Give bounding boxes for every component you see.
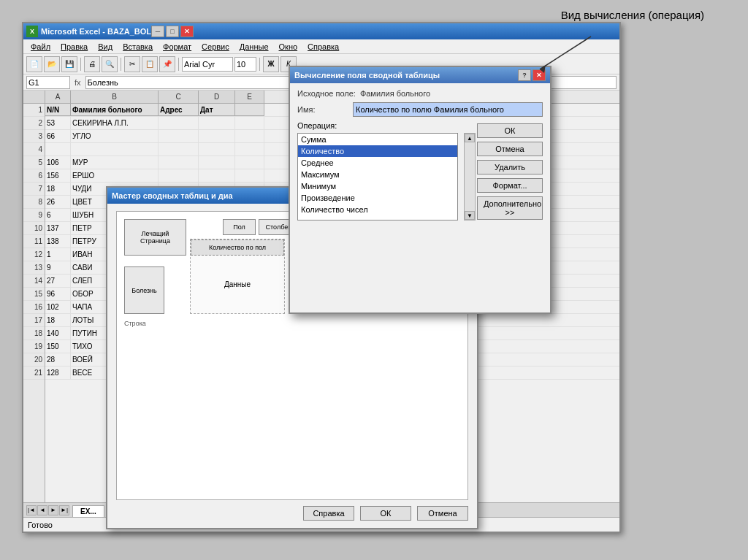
calc-delete-button[interactable]: Удалить	[477, 160, 543, 174]
cell-20a[interactable]: 28	[45, 353, 71, 366]
menu-file[interactable]: Файл	[26, 41, 55, 53]
menu-data[interactable]: Данные	[235, 41, 273, 53]
cell-1d[interactable]: Дат	[199, 104, 235, 116]
cell-11a[interactable]: 138	[45, 235, 71, 248]
cell-12a[interactable]: 1	[45, 248, 71, 261]
op-kolichestvo-chisel[interactable]: Количество чисел	[298, 204, 457, 215]
cell-6d[interactable]	[199, 169, 235, 182]
cell-2a[interactable]: 53	[45, 117, 71, 129]
cell-5e[interactable]	[235, 156, 264, 169]
tab-last[interactable]: ►|	[59, 505, 69, 515]
cell-3d[interactable]	[199, 130, 235, 142]
cell-6e[interactable]	[235, 169, 264, 182]
cell-16a[interactable]: 102	[45, 301, 71, 313]
scrollbar-up[interactable]: ▲	[465, 134, 475, 142]
op-srednee[interactable]: Среднее	[298, 157, 457, 169]
pivot-row-field[interactable]: Болезнь	[124, 266, 164, 314]
cell-5a[interactable]: 106	[45, 156, 71, 169]
pivot-data-area[interactable]: Количество по пол Данные	[190, 239, 285, 314]
tab-next[interactable]: ►	[48, 505, 58, 515]
menu-help[interactable]: Справка	[303, 41, 343, 53]
cell-1e[interactable]	[235, 104, 264, 116]
cell-4a[interactable]	[45, 143, 71, 156]
close-button[interactable]: ✕	[180, 26, 194, 37]
cell-7a[interactable]: 18	[45, 183, 71, 195]
cell-4d[interactable]	[199, 143, 235, 156]
tab-first[interactable]: |◄	[26, 505, 37, 515]
wizard-help-button[interactable]: Справка	[303, 506, 354, 521]
cell-15a[interactable]: 96	[45, 288, 71, 300]
copy-button[interactable]: 📋	[142, 56, 158, 72]
cell-3a[interactable]: 66	[45, 130, 71, 142]
op-maximum[interactable]: Максимум	[298, 169, 457, 180]
font-name-input[interactable]	[182, 57, 233, 72]
menu-edit[interactable]: Правка	[56, 41, 92, 53]
wizard-ok-button[interactable]: ОК	[360, 506, 411, 521]
calc-cancel-button[interactable]: Отмена	[477, 142, 543, 156]
cell-1a[interactable]: N/N	[45, 104, 71, 116]
menu-window[interactable]: Окно	[275, 41, 302, 53]
cut-button[interactable]: ✂	[124, 56, 140, 72]
menu-tools[interactable]: Сервис	[197, 41, 234, 53]
op-kolichestvo[interactable]: Количество	[298, 145, 457, 157]
operation-scrollbar[interactable]: ▲ ▼	[464, 133, 476, 220]
cell-3b[interactable]: УГЛО	[71, 130, 159, 142]
maximize-button[interactable]: □	[166, 26, 179, 37]
name-input[interactable]	[353, 102, 543, 117]
cell-4c[interactable]	[159, 143, 199, 156]
paste-button[interactable]: 📌	[159, 56, 175, 72]
op-summa[interactable]: Сумма	[298, 134, 457, 145]
cell-4b[interactable]	[71, 143, 159, 156]
cell-21a[interactable]: 128	[45, 367, 71, 379]
pivot-col-pол[interactable]: Пол	[223, 219, 256, 235]
sheet-tab-ex[interactable]: EX...	[72, 505, 104, 517]
menu-insert[interactable]: Вставка	[118, 41, 157, 53]
separator-3	[178, 58, 179, 71]
cell-3c[interactable]	[159, 130, 199, 142]
menu-view[interactable]: Вид	[94, 41, 117, 53]
cell-6a[interactable]: 156	[45, 169, 71, 182]
cell-9a[interactable]: 6	[45, 209, 71, 221]
cell-2d[interactable]	[199, 117, 235, 129]
menu-format[interactable]: Формат	[159, 41, 196, 53]
cell-4e[interactable]	[235, 143, 264, 156]
cell-18a[interactable]: 140	[45, 327, 71, 340]
cell-5d[interactable]	[199, 156, 235, 169]
font-size-input[interactable]	[234, 57, 256, 72]
scrollbar-track	[465, 142, 475, 211]
cell-6b[interactable]: ЕРШО	[71, 169, 159, 182]
cell-10a[interactable]: 137	[45, 222, 71, 234]
cell-2e[interactable]	[235, 117, 264, 129]
bold-button[interactable]: Ж	[263, 56, 279, 72]
cell-2b[interactable]: СЕКИРИНА Л.П.	[71, 117, 159, 129]
calc-ok-button[interactable]: ОК	[477, 123, 543, 138]
new-button[interactable]: 📄	[26, 56, 42, 72]
scrollbar-down[interactable]: ▼	[465, 211, 475, 220]
cell-8a[interactable]: 26	[45, 196, 71, 208]
preview-button[interactable]: 🔍	[102, 56, 118, 72]
minimize-button[interactable]: ─	[151, 26, 164, 37]
cell-17a[interactable]: 18	[45, 314, 71, 326]
cell-6c[interactable]	[159, 169, 199, 182]
cell-5c[interactable]	[159, 156, 199, 169]
operation-list[interactable]: Сумма Количество Среднее Максимум Миниму…	[297, 133, 458, 220]
calc-more-button[interactable]: Дополнительно >>	[477, 196, 543, 220]
tab-prev[interactable]: ◄	[37, 505, 47, 515]
cell-5b[interactable]: МУР	[71, 156, 159, 169]
save-button[interactable]: 💾	[61, 56, 77, 72]
cell-1c[interactable]: Адрес	[159, 104, 199, 116]
wizard-cancel-button[interactable]: Отмена	[417, 506, 468, 521]
cell-13a[interactable]: 9	[45, 261, 71, 274]
cell-2c[interactable]	[159, 117, 199, 129]
cell-3e[interactable]	[235, 130, 264, 142]
open-button[interactable]: 📂	[44, 56, 60, 72]
op-minimum[interactable]: Минимум	[298, 180, 457, 192]
op-proizvedenie[interactable]: Произведение	[298, 192, 457, 204]
pivot-page-area[interactable]: Лечащий Страница	[124, 219, 186, 256]
print-button[interactable]: 🖨	[84, 56, 100, 72]
cell-14a[interactable]: 27	[45, 275, 71, 287]
calc-format-button[interactable]: Формат...	[477, 178, 543, 193]
cell-19a[interactable]: 150	[45, 340, 71, 353]
cell-1b[interactable]: Фамилия больного	[71, 104, 159, 116]
cell-ref-input[interactable]	[26, 76, 70, 89]
